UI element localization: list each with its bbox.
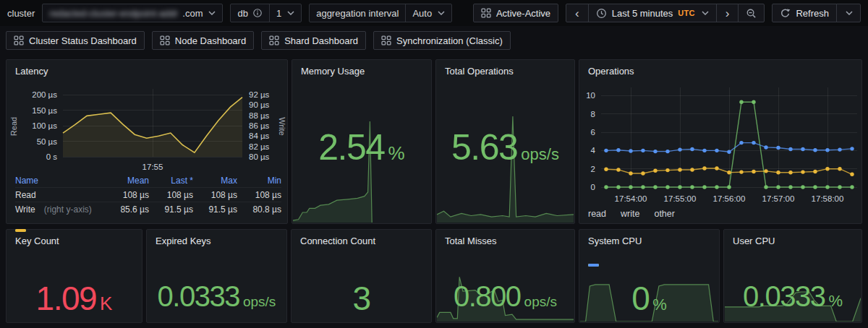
stat-value: 0.0333 xyxy=(158,282,239,311)
time-range-picker[interactable]: Last 5 minutes UTC xyxy=(588,4,717,22)
stat-value: 2.54 xyxy=(318,129,384,165)
y-axis-tick: 4 xyxy=(591,146,596,155)
aggregation-variable: aggregation interval Auto xyxy=(309,4,452,22)
legend-sort-max[interactable]: Max xyxy=(193,176,237,186)
read-series-point xyxy=(702,185,706,189)
clock-icon xyxy=(596,8,607,19)
zoom-out-icon xyxy=(746,8,757,19)
stat-unit: ops/s xyxy=(521,145,559,164)
other-series-point xyxy=(629,149,632,152)
y-axis-tick: 10 xyxy=(586,91,595,100)
write-series-point xyxy=(801,170,804,173)
panel-title[interactable]: Operations xyxy=(588,66,634,77)
panel-title[interactable]: User CPU xyxy=(733,236,775,246)
panel-key-count: Key Count 1.09 K xyxy=(6,229,142,323)
db-variable: db 1 xyxy=(230,4,302,22)
read-series-point xyxy=(801,185,804,189)
read-series-point xyxy=(838,185,841,189)
write-series-point xyxy=(653,169,657,173)
panel-title[interactable]: Total Operations xyxy=(445,66,514,77)
legend-sort-last[interactable]: Last * xyxy=(149,176,193,186)
time-forward-button[interactable]: › xyxy=(716,4,739,22)
panel-title[interactable]: Memory Usage xyxy=(301,66,365,77)
right-axis-note: (right y-axis) xyxy=(44,204,92,215)
y-axis-tick: 6 xyxy=(591,128,595,137)
legend-series-read[interactable]: Read xyxy=(15,190,105,200)
db-select[interactable]: 1 xyxy=(269,4,301,22)
info-icon xyxy=(252,8,263,18)
other-series-point xyxy=(788,147,792,151)
read-series-point xyxy=(604,185,608,189)
y-axis-right-tick: 82 µs xyxy=(249,142,270,151)
cluster-select[interactable]: redacted-cluster-endpoint-address.com xyxy=(43,4,222,22)
other-series-point xyxy=(665,150,669,153)
legend-sort-name[interactable]: Name xyxy=(15,176,105,186)
write-series-point xyxy=(776,171,780,174)
panel-expired-keys: Expired Keys 0.0333 ops/s xyxy=(146,229,287,323)
write-series-point xyxy=(813,170,817,173)
stat-unit: % xyxy=(652,295,667,314)
nav-link-synchronization[interactable]: Synchronization (Classic) xyxy=(373,31,511,50)
panel-title[interactable]: Connection Count xyxy=(300,236,375,246)
nav-link-node-dashboard[interactable]: Node Dashboard xyxy=(152,31,254,50)
other-series-point xyxy=(678,147,681,151)
zoom-out-button[interactable] xyxy=(738,4,765,22)
cluster-redacted-value: redacted-cluster-endpoint-address xyxy=(49,8,178,19)
legend-row-write: Write (right y-axis) 85.6 µs 91.5 µs 91.… xyxy=(15,202,281,216)
stat-value: 0 xyxy=(631,282,649,315)
legend-series-write[interactable]: Write (right y-axis) xyxy=(15,204,105,215)
dashboards-grid-icon xyxy=(160,35,170,46)
legend-sort-min[interactable]: Min xyxy=(237,176,281,186)
time-picker-group: ‹ Last 5 minutes UTC › xyxy=(566,4,765,22)
panel-operations: Operations 024681017:54:0017:55:0017:56:… xyxy=(579,59,862,224)
latency-chart[interactable]: 200 µs150 µs100 µs50 µs0 s92 µs90 µs88 µ… xyxy=(7,85,289,174)
panel-title[interactable]: Latency xyxy=(15,66,48,77)
chevron-down-icon xyxy=(846,11,853,15)
panel-title[interactable]: Expired Keys xyxy=(156,236,211,246)
legend-series-other[interactable]: other xyxy=(654,209,675,219)
other-series-point xyxy=(653,150,657,153)
chevron-down-icon xyxy=(208,11,216,15)
nav-link-shard-dashboard[interactable]: Shard Dashboard xyxy=(261,31,366,50)
write-series-point xyxy=(665,168,669,172)
operations-chart[interactable]: 024681017:54:0017:55:0017:56:0017:57:001… xyxy=(579,80,863,207)
stat-unit: % xyxy=(388,142,405,165)
legend-series-read[interactable]: read xyxy=(588,209,606,219)
active-active-button[interactable]: Active-Active xyxy=(473,4,558,22)
write-series-point xyxy=(690,168,694,171)
write-series-point xyxy=(850,173,854,176)
legend-series-write[interactable]: write xyxy=(621,209,639,219)
other-series-point xyxy=(801,147,804,151)
refresh-button[interactable]: Refresh xyxy=(772,4,837,22)
other-series-point xyxy=(739,141,743,144)
legend-sort-mean[interactable]: Mean xyxy=(105,176,149,186)
panel-memory-usage: Memory Usage 2.54 % xyxy=(292,59,432,224)
dashboards-grid-icon xyxy=(381,35,391,46)
chevron-down-icon xyxy=(702,11,709,15)
panel-title[interactable]: System CPU xyxy=(588,236,642,246)
read-series-point xyxy=(715,185,718,189)
panel-title[interactable]: Key Count xyxy=(15,236,59,246)
time-back-button[interactable]: ‹ xyxy=(566,4,589,22)
nav-link-cluster-status[interactable]: Cluster Status Dashboard xyxy=(6,31,145,50)
panel-title[interactable]: Total Misses xyxy=(445,236,497,246)
other-series-point xyxy=(838,147,841,151)
read-series-point xyxy=(629,185,632,189)
read-series-point xyxy=(850,185,854,189)
cluster-variable: redacted-cluster-endpoint-address.com xyxy=(42,4,223,22)
other-series-point xyxy=(764,145,767,149)
other-series-point xyxy=(690,147,694,151)
refresh-interval-dropdown[interactable] xyxy=(836,4,861,22)
write-series-point xyxy=(715,166,718,170)
read-series-point xyxy=(690,185,694,189)
aggregation-variable-label: aggregation interval xyxy=(310,4,405,22)
other-series-point xyxy=(825,148,829,152)
write-series-point xyxy=(838,167,841,171)
grafana-dashboard: cluster redacted-cluster-endpoint-addres… xyxy=(0,0,868,328)
x-axis-tick: 17:56:00 xyxy=(713,194,746,203)
panel-total-operations: Total Operations 5.63 ops/s xyxy=(435,59,575,224)
chevron-down-icon xyxy=(438,11,445,15)
other-series-point xyxy=(776,146,780,150)
aggregation-select[interactable]: Auto xyxy=(405,4,451,22)
panel-system-cpu: System CPU 0 % xyxy=(579,229,720,323)
